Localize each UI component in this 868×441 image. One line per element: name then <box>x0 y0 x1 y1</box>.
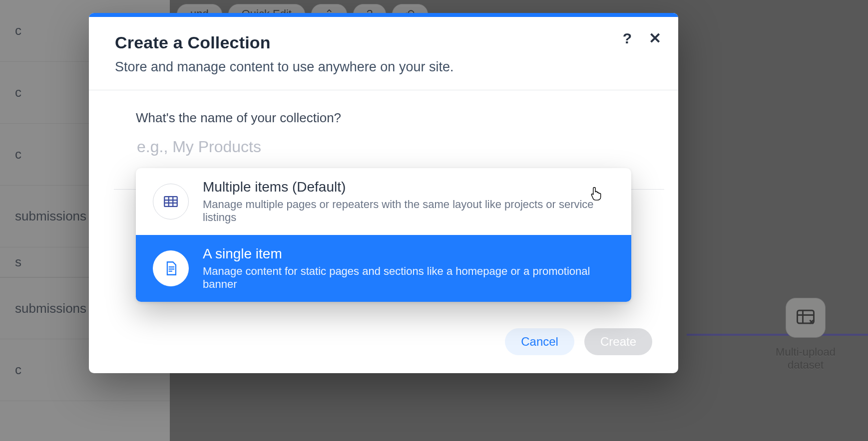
collection-type-dropdown: Multiple items (Default) Manage multiple… <box>136 168 631 302</box>
modal-title: Create a Collection <box>115 33 652 52</box>
close-icon[interactable]: ✕ <box>649 31 661 46</box>
table-icon <box>153 184 189 220</box>
modal-accent-bar <box>89 13 678 17</box>
option-title: Multiple items (Default) <box>203 179 614 195</box>
option-title: A single item <box>203 246 614 262</box>
modal-body: What's the name of your collection? <box>89 90 678 328</box>
collection-name-label: What's the name of your collection? <box>136 110 631 126</box>
option-desc: Manage content for static pages and sect… <box>203 265 614 291</box>
collection-name-input[interactable] <box>136 135 631 163</box>
modal-subtitle: Store and manage content to use anywhere… <box>115 59 652 75</box>
modal-header: Create a Collection Store and manage con… <box>89 17 678 90</box>
option-multiple-items[interactable]: Multiple items (Default) Manage multiple… <box>136 168 631 235</box>
svg-rect-3 <box>164 197 177 207</box>
cancel-button[interactable]: Cancel <box>505 328 574 355</box>
create-button[interactable]: Create <box>584 328 652 355</box>
modal-footer: Cancel Create <box>89 328 678 373</box>
create-collection-modal: Create a Collection Store and manage con… <box>89 13 678 373</box>
background-app: c c c submissions s submissions c und Qu… <box>0 0 868 441</box>
option-single-item[interactable]: A single item Manage content for static … <box>136 235 631 302</box>
document-icon <box>153 250 189 286</box>
option-desc: Manage multiple pages or repeaters with … <box>203 198 614 224</box>
help-icon[interactable]: ? <box>623 31 632 46</box>
